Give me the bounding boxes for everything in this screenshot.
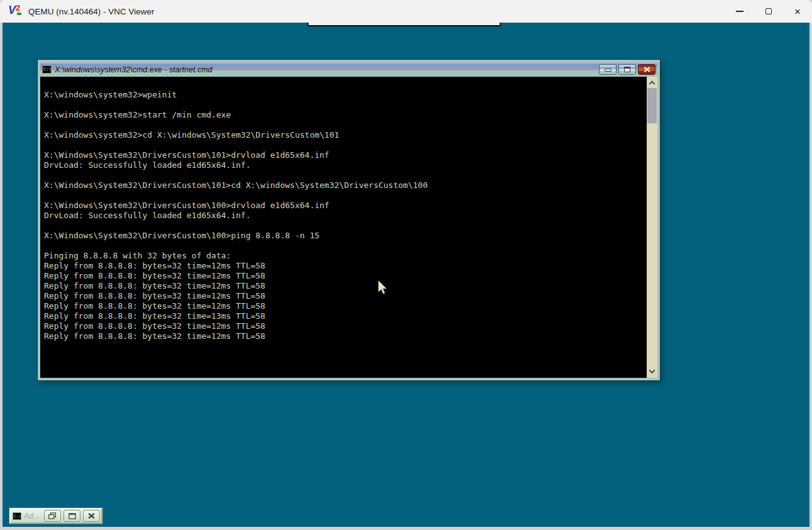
console-line: Reply from 8.8.8.8: bytes=32 time=12ms T… — [44, 301, 657, 311]
console-line: X:\windows\system32>start /min cmd.exe — [44, 110, 657, 120]
cmd-close-button[interactable] — [638, 64, 656, 75]
vnc-logo-v: V — [8, 4, 16, 17]
console-line: Pinging 8.8.8.8 with 32 bytes of data: — [44, 251, 657, 261]
console-line: X:\Windows\System32\DriversCustom\101>cd… — [44, 180, 657, 190]
vnc-logo-green-mark — [17, 13, 21, 15]
console-line: DrvLoad: Successfully loaded e1d65x64.in… — [44, 211, 657, 221]
console-line: X:\Windows\System32\DriversCustom\100>dr… — [44, 201, 657, 211]
console-line: Reply from 8.8.8.8: bytes=32 time=12ms T… — [44, 331, 657, 341]
console-line: X:\windows\system32>wpeinit — [44, 90, 657, 100]
console-line — [44, 241, 657, 251]
scrollbar-thumb[interactable] — [647, 88, 657, 123]
console-line: X:\Windows\System32\DriversCustom\100>pi… — [44, 231, 657, 241]
console-line: Reply from 8.8.8.8: bytes=32 time=12ms T… — [44, 271, 657, 281]
remote-desktop: C:\ X:\windows\system32\cmd.exe - startn… — [3, 23, 809, 527]
minimize-icon — [605, 69, 612, 72]
vnc-logo-icon: V 2 — [8, 4, 25, 18]
cmd-prompt-icon: C:\ — [13, 512, 21, 520]
console-line — [44, 190, 657, 201]
mini-restore-button[interactable] — [44, 510, 61, 522]
minimized-window-title: Ad... — [24, 512, 39, 521]
minimized-cmd-window[interactable]: C:\ Ad... — [9, 508, 102, 524]
cmd-window-title: X:\windows\system32\cmd.exe - startnet.c… — [55, 65, 599, 74]
vnc-window-title: QEMU (nv.140464) - VNC Viewer — [28, 7, 155, 16]
vnc-viewer-titlebar[interactable]: V 2 QEMU (nv.140464) - VNC Viewer × — [0, 0, 812, 23]
console-scrollbar[interactable] — [647, 77, 657, 378]
close-icon — [88, 513, 95, 519]
restore-icon — [48, 512, 57, 519]
scroll-up-button[interactable] — [647, 77, 657, 87]
console-line: Reply from 8.8.8.8: bytes=32 time=13ms T… — [44, 311, 657, 321]
vnc-window-controls: × — [725, 0, 812, 23]
vnc-close-button[interactable]: × — [783, 0, 812, 23]
vnc-collapsed-toolbar-tab[interactable] — [307, 23, 501, 26]
cmd-maximize-button[interactable] — [618, 64, 636, 75]
console-line: DrvLoad: Successfully loaded e1d65x64.in… — [44, 160, 657, 170]
console-line: Reply from 8.8.8.8: bytes=32 time=12ms T… — [44, 281, 657, 291]
vnc-logo-2: 2 — [16, 3, 20, 13]
console-line: X:\Windows\System32\DriversCustom\101>dr… — [44, 150, 657, 160]
mini-maximize-button[interactable] — [63, 510, 80, 522]
mini-close-button[interactable] — [83, 510, 100, 522]
vnc-minimize-button[interactable] — [725, 0, 754, 23]
scroll-down-arrow-icon — [649, 367, 656, 373]
maximize-icon — [624, 67, 630, 72]
console-line: Reply from 8.8.8.8: bytes=32 time=12ms T… — [44, 261, 657, 271]
close-icon — [644, 67, 650, 72]
cmd-prompt-icon: C:\ — [42, 65, 52, 74]
console-line — [44, 221, 657, 231]
maximize-icon — [765, 8, 772, 14]
cmd-minimize-button[interactable] — [599, 64, 617, 75]
close-icon: × — [794, 6, 801, 17]
cmd-titlebar[interactable]: C:\ X:\windows\system32\cmd.exe - startn… — [40, 62, 657, 77]
console-output: X:\windows\system32>wpeinit X:\windows\s… — [40, 77, 657, 378]
scroll-up-arrow-icon — [649, 80, 656, 87]
minimize-icon — [736, 11, 743, 12]
console-line — [44, 170, 657, 180]
cmd-window-controls — [599, 64, 656, 75]
maximize-icon — [69, 513, 76, 519]
console-line — [44, 120, 657, 130]
vnc-maximize-button[interactable] — [754, 0, 783, 23]
console-line: X:\windows\system32>cd X:\windows\System… — [44, 130, 657, 140]
scroll-down-button[interactable] — [647, 368, 657, 378]
console-line — [44, 100, 657, 110]
cmd-window[interactable]: C:\ X:\windows\system32\cmd.exe - startn… — [38, 60, 660, 380]
console-line: Reply from 8.8.8.8: bytes=32 time=12ms T… — [44, 291, 657, 301]
console-line — [44, 140, 657, 150]
console-line: Reply from 8.8.8.8: bytes=32 time=12ms T… — [44, 321, 657, 331]
